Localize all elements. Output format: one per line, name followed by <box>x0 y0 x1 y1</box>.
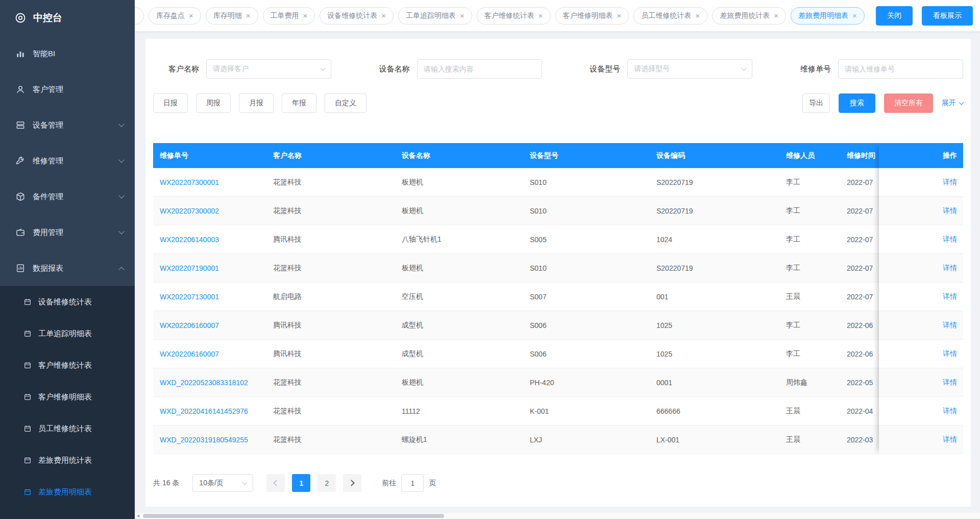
close-icon[interactable]: × <box>189 12 193 19</box>
device-name-input[interactable] <box>417 59 542 79</box>
table-row: WX202207300002花篮科技板翅机S010S20220719李工2022… <box>153 197 963 225</box>
staff-cell: 王晨 <box>779 292 840 301</box>
sidebar-item-repair-management[interactable]: 维修管理 <box>0 143 135 179</box>
detail-link[interactable]: 详情 <box>943 178 957 187</box>
detail-link[interactable]: 详情 <box>943 321 957 330</box>
code-cell: 666666 <box>650 407 779 415</box>
detail-link[interactable]: 详情 <box>943 435 957 444</box>
page-button-1[interactable]: 1 <box>292 474 310 492</box>
content-card: 客户名称 请选择客户 设备名称 设备型号 请选择型号 维修单号 <box>145 39 971 507</box>
custom-report-button[interactable]: 自定义 <box>325 93 366 113</box>
order-link[interactable]: WXD_20220319180549255 <box>153 436 266 444</box>
tab-travel-expense-detail[interactable]: 差旅费用明细表× <box>791 7 865 25</box>
table-row: WX202207300001花篮科技板翅机S010S20220719李工2022… <box>153 168 963 197</box>
page-buttons: 12 <box>292 474 343 492</box>
page-size-select[interactable]: 10条/页 <box>192 474 253 492</box>
goto-page-input[interactable] <box>401 474 424 492</box>
close-icon[interactable]: × <box>695 12 700 19</box>
expand-link[interactable]: 展开 <box>942 99 963 108</box>
sidebar-item-smart-bi[interactable]: 智能BI <box>0 36 135 72</box>
order-link[interactable]: WX202207300002 <box>153 207 266 215</box>
sidebar-item-spareparts-management[interactable]: 备件管理 <box>0 179 135 215</box>
tab-partial[interactable] <box>135 7 144 25</box>
page-size-value: 10条/页 <box>199 479 223 488</box>
table-row: WX202206160007腾讯科技成型机S0061025李工2022-06 <box>153 340 963 368</box>
sidebar-subitem-employee-repair-stats[interactable]: 员工维修统计表 <box>0 413 135 444</box>
order-link[interactable]: WX202207130001 <box>153 293 266 301</box>
weekly-report-button[interactable]: 周报 <box>196 93 231 113</box>
tab-employee-repair-stats[interactable]: 员工维修统计表× <box>633 7 707 25</box>
clear-all-button[interactable]: 清空所有 <box>884 93 933 113</box>
table-row: WX202207190001花篮科技板翅机S010S20220719李工2022… <box>153 254 963 282</box>
detail-link[interactable]: 详情 <box>943 378 957 387</box>
close-icon[interactable]: × <box>852 12 857 19</box>
page-button-2[interactable]: 2 <box>317 474 336 492</box>
horizontal-scrollbar[interactable] <box>135 513 980 519</box>
action-cell: 详情 <box>879 426 963 454</box>
tab-inventory-detail[interactable]: 库存明细× <box>206 7 258 25</box>
order-link[interactable]: WX202206140003 <box>153 235 266 244</box>
close-icon[interactable]: × <box>246 12 251 19</box>
pagination: 共 16 条 10条/页 12 前往 页 <box>153 474 963 492</box>
scroll-left-arrow-icon[interactable] <box>137 514 139 517</box>
detail-link[interactable]: 详情 <box>943 264 957 273</box>
sidebar-subitem-customer-repair-stats[interactable]: 客户维修统计表 <box>0 349 135 381</box>
tab-customer-repair-detail[interactable]: 客户维修明细表× <box>555 7 629 25</box>
close-icon[interactable]: × <box>538 12 543 19</box>
sidebar-item-expense-management[interactable]: 费用管理 <box>0 215 135 250</box>
detail-link[interactable]: 详情 <box>943 206 957 216</box>
daily-report-button[interactable]: 日报 <box>153 93 188 113</box>
detail-link[interactable]: 详情 <box>943 292 957 301</box>
sidebar-subitem-device-repair-stats[interactable]: 设备维修统计表 <box>0 286 135 318</box>
detail-link[interactable]: 详情 <box>943 407 957 416</box>
detail-link[interactable]: 详情 <box>943 235 957 244</box>
device-model-select[interactable]: 请选择型号 <box>627 59 752 79</box>
close-icon[interactable]: × <box>617 12 622 19</box>
tab-device-repair-stats[interactable]: 设备维修统计表× <box>320 7 394 25</box>
order-link[interactable]: WXD_20220523083318102 <box>153 379 266 387</box>
tab-travel-expense-stats[interactable]: 差旅费用统计表× <box>712 7 786 25</box>
sidebar-subitem-workorder-trace-detail[interactable]: 工单追踪明细表 <box>0 318 135 349</box>
sidebar-subitem-travel-expense-stats[interactable]: 差旅费用统计表 <box>0 444 135 476</box>
tab-inventory-check[interactable]: 库存盘点× <box>149 7 201 25</box>
sidebar-item-data-reports[interactable]: 数据报表 <box>0 250 135 286</box>
detail-link[interactable]: 详情 <box>943 349 957 359</box>
close-icon[interactable]: × <box>381 12 386 19</box>
table-row: WX202206160007腾讯科技成型机S0061025李工2022-06 <box>153 311 963 340</box>
prev-page-button[interactable] <box>266 474 285 492</box>
repair-order-label: 维修单号 <box>785 64 838 74</box>
next-page-button[interactable] <box>343 474 361 492</box>
sidebar-subitem-customer-repair-detail[interactable]: 客户维修明细表 <box>0 381 135 413</box>
close-icon[interactable]: × <box>303 12 308 19</box>
yearly-report-button[interactable]: 年报 <box>282 93 316 113</box>
search-button[interactable]: 搜索 <box>839 93 875 113</box>
chevron-down-icon <box>742 66 747 71</box>
customer-cell: 花篮科技 <box>266 435 395 444</box>
chevron-down-icon <box>118 193 124 198</box>
close-tab-button[interactable]: 关闭 <box>876 6 913 26</box>
order-link[interactable]: WXD_20220416141452976 <box>153 407 266 415</box>
order-link[interactable]: WX202206160007 <box>153 321 266 329</box>
tab-workorder-trace-detail[interactable]: 工单追踪明细表× <box>398 7 472 25</box>
board-display-button[interactable]: 看板展示 <box>922 6 973 26</box>
tab-customer-repair-stats[interactable]: 客户维修统计表× <box>477 7 551 25</box>
customer-cell: 花篮科技 <box>266 378 395 387</box>
customer-select[interactable]: 请选择客户 <box>206 59 331 79</box>
action-cell: 详情 <box>879 282 963 311</box>
repair-order-input[interactable] <box>838 59 963 79</box>
close-icon[interactable]: × <box>774 12 778 19</box>
sidebar-item-customer-management[interactable]: 客户管理 <box>0 72 135 107</box>
app-logo[interactable]: 中控台 <box>0 0 135 36</box>
sidebar-item-device-management[interactable]: 设备管理 <box>0 107 135 143</box>
goto-label: 前往 <box>382 479 396 488</box>
close-icon[interactable]: × <box>460 12 464 19</box>
scrollbar-thumb[interactable] <box>143 514 444 518</box>
order-link[interactable]: WX202206160007 <box>153 350 266 358</box>
device-cell: 板翅机 <box>395 264 523 273</box>
export-button[interactable]: 导出 <box>802 93 830 113</box>
monthly-report-button[interactable]: 月报 <box>239 93 274 113</box>
order-link[interactable]: WX202207300001 <box>153 178 266 186</box>
tab-workorder-expense[interactable]: 工单费用× <box>263 7 315 25</box>
sidebar-subitem-travel-expense-detail[interactable]: 差旅费用明细表 <box>0 476 135 508</box>
order-link[interactable]: WX202207190001 <box>153 264 266 272</box>
